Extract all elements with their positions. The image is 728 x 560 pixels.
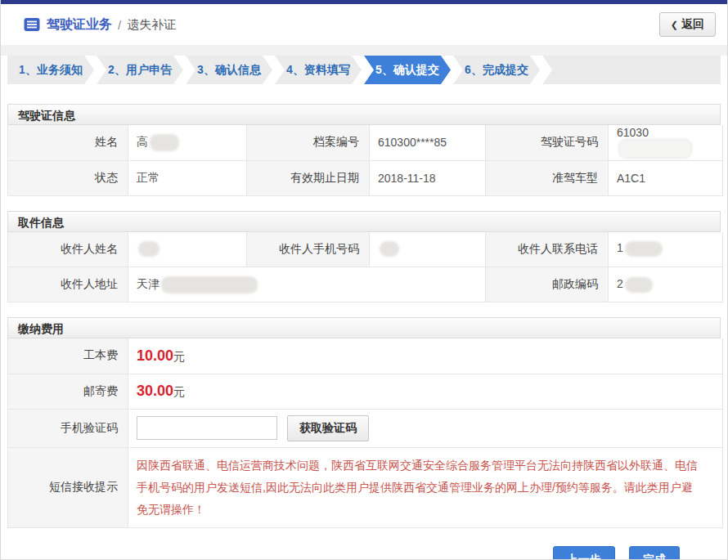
field-value-name: 高 — [128, 125, 247, 160]
table-row: 短信接收提示 因陕西省联通、电信运营商技术问题，陕西省互联网交通安全综合服务管理… — [8, 447, 723, 528]
table-row: 收件人姓名 收件人手机号码 收件人联系电话 1 — [8, 232, 723, 267]
redaction-mask — [618, 139, 692, 159]
section-title-fees: 缴纳费用 — [7, 317, 721, 338]
production-fee-amount: 10.00 — [137, 347, 173, 364]
field-value-sms-notice: 因陕西省联通、电信运营商技术问题，陕西省互联网交通安全综合服务管理平台无法向持陕… — [128, 447, 723, 528]
step-confirm-info[interactable]: 3、确认信息 — [186, 56, 272, 84]
redaction-mask — [138, 241, 160, 257]
step-business-notice[interactable]: 1、业务须知 — [7, 56, 94, 84]
field-label-name: 姓名 — [8, 125, 128, 160]
name-text: 高 — [137, 135, 148, 148]
field-label-sms-notice: 短信接收提示 — [8, 447, 128, 528]
recipient-phone-text: 1 — [617, 241, 623, 254]
previous-step-button[interactable]: 上一步 — [553, 546, 615, 560]
field-label-postal-code: 邮政编码 — [486, 267, 609, 302]
back-button[interactable]: ❮ 返回 — [659, 12, 716, 37]
field-value-sms-code: 获取验证码 — [128, 409, 723, 447]
step-fill-materials[interactable]: 4、资料填写 — [275, 56, 362, 84]
license-no-text: 61030 — [617, 126, 649, 139]
field-label-file-no: 档案编号 — [247, 125, 370, 160]
redaction-mask — [150, 134, 179, 151]
field-label-status: 状态 — [8, 160, 128, 195]
section-pickup-info: 取件信息 收件人姓名 收件人手机号码 收件人联系电话 1 收件人地址 — [7, 211, 721, 303]
back-button-label: 返回 — [681, 17, 704, 32]
section-title-license-info: 驾驶证信息 — [7, 104, 721, 125]
license-info-table: 姓名 高 档案编号 610300****85 驾驶证号码 61030 状态 正常… — [7, 125, 723, 196]
postal-code-text: 2 — [617, 277, 623, 290]
field-label-valid-until: 有效期止日期 — [247, 160, 370, 195]
field-value-license-no: 61030 — [609, 125, 723, 160]
step-wizard: 1、业务须知 2、用户申告 3、确认信息 4、资料填写 5、确认提交 6、完成提… — [7, 56, 721, 84]
breadcrumb-service-title[interactable]: 驾驶证业务 — [47, 16, 112, 34]
redaction-mask — [625, 241, 663, 257]
field-label-vehicle-class: 准驾车型 — [486, 160, 609, 195]
field-value-postal-code: 2 — [609, 267, 723, 302]
back-chevron-icon: ❮ — [671, 20, 678, 30]
step-user-declaration[interactable]: 2、用户申告 — [97, 56, 183, 84]
field-label-recipient-phone: 收件人联系电话 — [486, 232, 609, 267]
recipient-address-text: 天津 — [137, 277, 160, 290]
field-value-valid-until: 2018-11-18 — [370, 160, 486, 195]
field-value-recipient-name — [128, 232, 247, 267]
field-label-license-no: 驾驶证号码 — [486, 125, 609, 160]
section-title-pickup-info: 取件信息 — [7, 211, 721, 232]
field-value-file-no: 610300****85 — [370, 125, 486, 160]
field-value-status: 正常 — [128, 160, 247, 195]
field-value-recipient-phone: 1 — [609, 232, 723, 267]
steps-filler — [542, 56, 721, 84]
page-header: 驾驶证业务 / 遗失补证 ❮ 返回 — [1, 4, 727, 45]
list-icon — [24, 16, 40, 33]
pickup-info-table: 收件人姓名 收件人手机号码 收件人联系电话 1 收件人地址 天津 邮政编码 — [7, 232, 723, 303]
field-value-production-fee: 10.00元 — [128, 338, 723, 374]
step-confirm-submit[interactable]: 5、确认提交 — [364, 56, 451, 84]
field-label-sms-code: 手机验证码 — [8, 409, 128, 447]
redaction-mask — [161, 276, 258, 293]
sms-notice-text: 因陕西省联通、电信运营商技术问题，陕西省互联网交通安全综合服务管理平台无法向持陕… — [137, 448, 722, 528]
section-license-info: 驾驶证信息 姓名 高 档案编号 610300****85 驾驶证号码 61030… — [7, 104, 721, 196]
field-label-postage-fee: 邮寄费 — [8, 374, 128, 409]
finish-button[interactable]: 完成 — [629, 546, 680, 560]
redaction-mask — [380, 241, 399, 257]
production-fee-unit: 元 — [173, 350, 185, 363]
fees-table: 工本费 10.00元 邮寄费 30.00元 手机验证码 获取验证码 短信接收提 — [7, 338, 723, 528]
sms-code-input[interactable] — [137, 416, 277, 440]
header-divider-strip — [1, 45, 727, 56]
table-row: 收件人地址 天津 邮政编码 2 — [8, 267, 723, 302]
step-complete-submit[interactable]: 6、完成提交 — [453, 56, 540, 84]
field-label-recipient-name: 收件人姓名 — [8, 232, 128, 267]
page: 驾驶证业务 / 遗失补证 ❮ 返回 1、业务须知 2、用户申告 3、确认信息 4… — [0, 0, 728, 560]
field-value-recipient-address: 天津 — [128, 267, 486, 302]
field-label-recipient-address: 收件人地址 — [8, 267, 128, 302]
field-label-recipient-mobile: 收件人手机号码 — [247, 232, 370, 267]
field-label-production-fee: 工本费 — [8, 338, 128, 374]
table-row: 状态 正常 有效期止日期 2018-11-18 准驾车型 A1C1 — [8, 160, 723, 195]
table-row: 手机验证码 获取验证码 — [8, 409, 723, 447]
section-fees: 缴纳费用 工本费 10.00元 邮寄费 30.00元 手机验证码 获取验证码 — [7, 317, 721, 528]
postage-fee-unit: 元 — [173, 385, 185, 398]
postage-fee-amount: 30.00 — [137, 383, 173, 399]
table-row: 邮寄费 30.00元 — [8, 374, 723, 409]
field-value-vehicle-class: A1C1 — [609, 160, 723, 195]
field-value-recipient-mobile — [370, 232, 486, 267]
breadcrumb-current-page: 遗失补证 — [127, 17, 176, 33]
table-row: 工本费 10.00元 — [8, 338, 723, 374]
breadcrumb-separator: / — [118, 18, 121, 32]
footer-actions: 上一步 完成 — [7, 546, 721, 560]
get-sms-code-button[interactable]: 获取验证码 — [287, 415, 369, 441]
field-value-postage-fee: 30.00元 — [128, 374, 723, 409]
table-row: 姓名 高 档案编号 610300****85 驾驶证号码 61030 — [8, 125, 723, 160]
redaction-mask — [625, 277, 653, 293]
